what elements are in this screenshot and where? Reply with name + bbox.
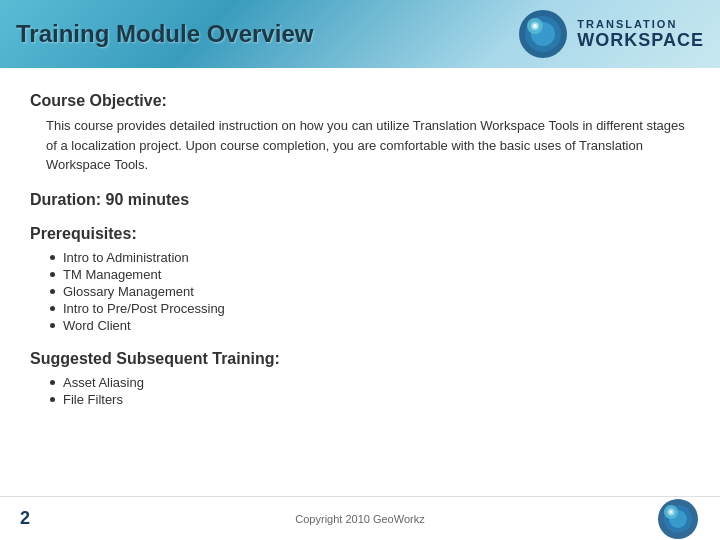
bullet-icon	[50, 306, 55, 311]
list-item: Asset Aliasing	[50, 374, 690, 391]
course-objective-text: This course provides detailed instructio…	[46, 116, 690, 175]
list-item: Intro to Administration	[50, 249, 690, 266]
bullet-icon	[50, 272, 55, 277]
course-objective-section: Course Objective: This course provides d…	[30, 92, 690, 175]
logo-line1: TRANSLATION	[577, 18, 677, 30]
footer: 2 Copyright 2010 GeoWorkz	[0, 496, 720, 540]
duration-title: Duration: 90 minutes	[30, 191, 189, 208]
logo-area: TRANSLATION WORKSPACE	[517, 8, 704, 60]
prerequisites-title: Prerequisites:	[30, 225, 690, 243]
svg-point-5	[533, 24, 537, 28]
bullet-icon	[50, 323, 55, 328]
bullet-icon	[50, 255, 55, 260]
prerequisites-list: Intro to Administration TM Management Gl…	[50, 249, 690, 334]
bullet-icon	[50, 397, 55, 402]
logo-icon	[517, 8, 569, 60]
suggested-title: Suggested Subsequent Training:	[30, 350, 690, 368]
suggested-item-2: File Filters	[63, 392, 123, 407]
list-item: Intro to Pre/Post Processing	[50, 300, 690, 317]
logo-line2: WORKSPACE	[577, 30, 704, 51]
main-content: Course Objective: This course provides d…	[0, 68, 720, 440]
bullet-icon	[50, 380, 55, 385]
suggested-list: Asset Aliasing File Filters	[50, 374, 690, 408]
copyright-text: Copyright 2010 GeoWorkz	[295, 513, 424, 525]
suggested-section: Suggested Subsequent Training: Asset Ali…	[30, 350, 690, 408]
footer-logo-icon	[656, 497, 700, 541]
logo-text: TRANSLATION WORKSPACE	[577, 18, 704, 51]
suggested-item-1: Asset Aliasing	[63, 375, 144, 390]
prerequisite-item-2: TM Management	[63, 267, 161, 282]
bullet-icon	[50, 289, 55, 294]
duration-section: Duration: 90 minutes	[30, 191, 690, 209]
svg-point-11	[670, 510, 673, 513]
page-number: 2	[20, 508, 30, 529]
prerequisite-item-4: Intro to Pre/Post Processing	[63, 301, 225, 316]
course-objective-title: Course Objective:	[30, 92, 690, 110]
prerequisites-section: Prerequisites: Intro to Administration T…	[30, 225, 690, 334]
prerequisite-item-3: Glossary Management	[63, 284, 194, 299]
list-item: File Filters	[50, 391, 690, 408]
header: Training Module Overview TRANSLATION WOR…	[0, 0, 720, 68]
prerequisite-item-1: Intro to Administration	[63, 250, 189, 265]
list-item: Word Client	[50, 317, 690, 334]
prerequisite-item-5: Word Client	[63, 318, 131, 333]
page-title: Training Module Overview	[16, 20, 313, 48]
list-item: TM Management	[50, 266, 690, 283]
list-item: Glossary Management	[50, 283, 690, 300]
